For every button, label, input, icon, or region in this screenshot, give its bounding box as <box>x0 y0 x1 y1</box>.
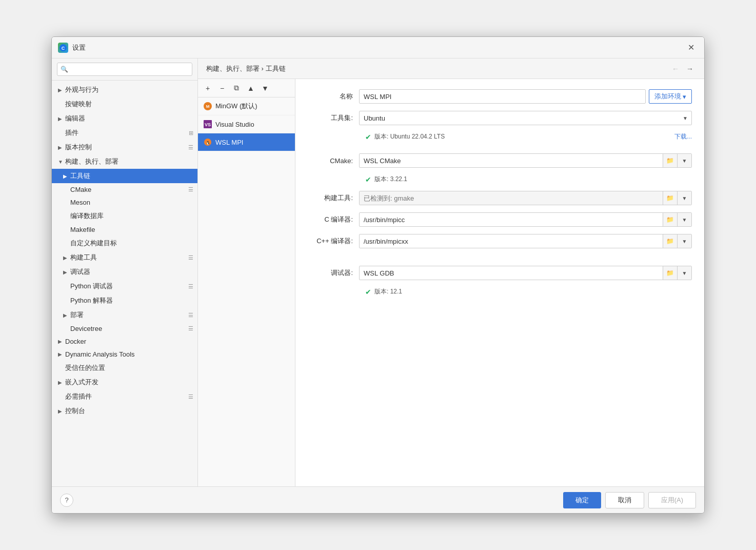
search-bar: 🔍 <box>52 58 197 81</box>
toolchain-name: WSL MPI <box>215 139 243 146</box>
sidebar-item-embedded-dev[interactable]: ▶ 嵌入式开发 <box>52 375 197 389</box>
toolset-version-row: ✔ 版本: Ubuntu 22.04.2 LTS 下载... <box>308 132 692 141</box>
settings-dialog: C 设置 ✕ 🔍 ▶ 外观与行为 <box>51 36 705 514</box>
cmake-dropdown-button[interactable]: ▼ <box>677 154 691 167</box>
sidebar-item-docker[interactable]: ▶ Docker <box>52 335 197 348</box>
sidebar-item-deploy[interactable]: ▶ 部署 ☰ <box>52 308 197 322</box>
sidebar-item-dynamic-analysis[interactable]: ▶ Dynamic Analysis Tools <box>52 348 197 361</box>
bottom-bar: ? 确定 取消 应用(A) <box>52 486 704 513</box>
sidebar-item-meson[interactable]: Meson <box>52 196 197 209</box>
sidebar-item-devicetree[interactable]: Devicetree ☰ <box>52 322 197 335</box>
expand-icon: ▶ <box>63 255 70 261</box>
cancel-button[interactable]: 取消 <box>605 492 644 508</box>
expand-icon: ▶ <box>58 351 65 357</box>
sidebar-item-makefile[interactable]: Makefile <box>52 223 197 236</box>
c-compiler-input[interactable] <box>360 213 663 226</box>
toolset-select[interactable]: Ubuntu <box>359 111 692 125</box>
expand-icon: ▼ <box>58 159 65 165</box>
sidebar-item-python-debugger[interactable]: Python 调试器 ☰ <box>52 279 197 293</box>
name-row: 名称 添加环境 ▾ <box>308 89 692 104</box>
help-button[interactable]: ? <box>60 494 73 507</box>
add-env-button[interactable]: 添加环境 ▾ <box>649 89 692 104</box>
detail-panel: + − ⧉ ▲ ▼ M MinGW (默认) <box>198 79 704 486</box>
cpp-compiler-input[interactable] <box>360 234 663 248</box>
sidebar-item-debuggers[interactable]: ▶ 调试器 <box>52 265 197 279</box>
cmake-input[interactable] <box>360 154 663 167</box>
sidebar-item-vcs[interactable]: ▶ 版本控制 ☰ <box>52 140 197 154</box>
sidebar-item-required-plugins[interactable]: 必需插件 ☰ <box>52 389 197 404</box>
wsl-icon: 🐧 <box>203 138 212 147</box>
expand-icon: ▶ <box>63 269 70 275</box>
form-pane: 名称 添加环境 ▾ 工具集: <box>295 79 704 486</box>
sidebar-item-compile-db[interactable]: 编译数据库 <box>52 209 197 223</box>
sidebar-item-build[interactable]: ▼ 构建、执行、部署 <box>52 154 197 169</box>
debugger-dropdown-button[interactable]: ▼ <box>677 266 691 280</box>
cmake-label: CMake: <box>308 157 359 165</box>
expand-icon: ▶ <box>58 408 65 414</box>
debugger-browse-button[interactable]: 📁 <box>663 266 677 280</box>
sidebar-item-python-interpreter[interactable]: Python 解释器 <box>52 293 197 308</box>
toolchain-name: Visual Studio <box>215 121 254 128</box>
debugger-input-group: 📁 ▼ <box>359 266 692 280</box>
svg-text:🐧: 🐧 <box>206 141 210 145</box>
sidebar-item-cmake[interactable]: CMake ☰ <box>52 183 197 196</box>
svg-text:VS: VS <box>205 122 211 127</box>
cmake-input-group: 📁 ▼ <box>359 153 692 168</box>
vs-icon: VS <box>203 120 212 129</box>
main-content: 🔍 ▶ 外观与行为 按键映射 ▶ 编辑器 <box>52 58 704 486</box>
sidebar-item-appearance[interactable]: ▶ 外观与行为 <box>52 83 197 97</box>
search-input[interactable] <box>57 63 192 76</box>
gdb-version: 版本: 12.1 <box>374 287 402 296</box>
debugger-input[interactable] <box>360 266 663 280</box>
chevron-down-icon: ▾ <box>683 93 686 101</box>
app-icon: C <box>58 43 68 53</box>
sidebar-item-editor[interactable]: ▶ 编辑器 <box>52 111 197 126</box>
build-tool-input[interactable] <box>360 191 663 205</box>
sidebar-item-keymap[interactable]: 按键映射 <box>52 97 197 111</box>
copy-toolchain-button[interactable]: ⧉ <box>230 82 243 95</box>
cmake-browse-button[interactable]: 📁 <box>663 154 677 167</box>
build-tool-browse-button[interactable]: 📁 <box>663 191 677 205</box>
move-up-button[interactable]: ▲ <box>244 82 257 95</box>
cpp-compiler-dropdown-button[interactable]: ▼ <box>677 234 691 248</box>
expand-icon: ▶ <box>58 87 65 93</box>
expand-icon: ▶ <box>58 145 65 150</box>
sidebar-item-plugins[interactable]: 插件 ⊞ <box>52 126 197 140</box>
close-button[interactable]: ✕ <box>684 41 698 55</box>
build-tool-input-group: 📁 ▼ <box>359 191 692 205</box>
toolchain-item-mingw[interactable]: M MinGW (默认) <box>198 97 295 115</box>
sidebar-item-build-tools[interactable]: ▶ 构建工具 ☰ <box>52 250 197 265</box>
expand-icon: ▶ <box>58 380 65 385</box>
cmake-version-row: ✔ 版本: 3.22.1 <box>308 175 692 184</box>
toolchain-item-vs[interactable]: VS Visual Studio <box>198 115 295 133</box>
mingw-icon: M <box>203 102 212 111</box>
sidebar-item-custom-targets[interactable]: 自定义构建目标 <box>52 236 197 250</box>
name-input[interactable] <box>359 89 646 104</box>
sidebar-item-trusted-locations[interactable]: 受信任的位置 <box>52 361 197 375</box>
remove-toolchain-button[interactable]: − <box>215 82 229 95</box>
build-tool-dropdown-button[interactable]: ▼ <box>677 191 691 205</box>
title-bar: C 设置 ✕ <box>52 37 704 58</box>
nav-forward-button[interactable]: → <box>684 63 696 75</box>
bottom-actions: 确定 取消 应用(A) <box>563 492 696 508</box>
c-compiler-dropdown-button[interactable]: ▼ <box>677 213 691 226</box>
c-compiler-browse-button[interactable]: 📁 <box>663 213 677 226</box>
right-panel: 构建、执行、部署 › 工具链 ← → + − ⧉ ▲ ▼ <box>198 58 704 486</box>
ok-button[interactable]: 确定 <box>563 492 601 508</box>
sidebar-item-console[interactable]: ▶ 控制台 <box>52 404 197 418</box>
move-down-button[interactable]: ▼ <box>258 82 272 95</box>
dialog-title: 设置 <box>72 43 684 52</box>
gdb-version-row: ✔ 版本: 12.1 <box>308 287 692 296</box>
check-icon: ✔ <box>365 175 371 184</box>
cpp-compiler-browse-button[interactable]: 📁 <box>663 234 677 248</box>
expand-icon: ▶ <box>58 116 65 122</box>
download-link[interactable]: 下载... <box>674 132 692 141</box>
sidebar-item-toolchains[interactable]: ▶ 工具链 <box>52 169 197 183</box>
cpp-compiler-input-group: 📁 ▼ <box>359 234 692 248</box>
cpp-compiler-row: C++ 编译器: 📁 ▼ <box>308 234 692 248</box>
add-toolchain-button[interactable]: + <box>201 82 214 95</box>
nav-back-button[interactable]: ← <box>669 63 682 75</box>
name-label: 名称 <box>308 92 359 101</box>
apply-button[interactable]: 应用(A) <box>648 492 696 508</box>
toolchain-item-wsl[interactable]: 🐧 WSL MPI <box>198 133 295 151</box>
